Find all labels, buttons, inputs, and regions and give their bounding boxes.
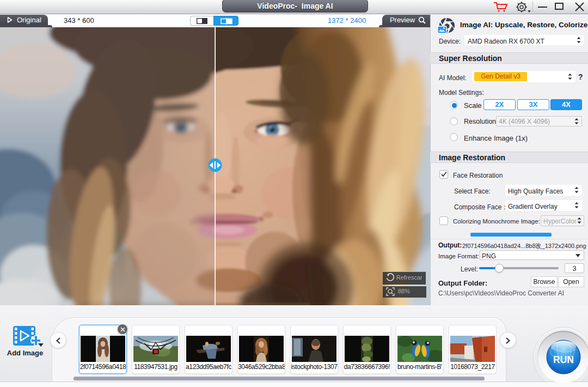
svg-text:RUN: RUN — [553, 354, 574, 365]
